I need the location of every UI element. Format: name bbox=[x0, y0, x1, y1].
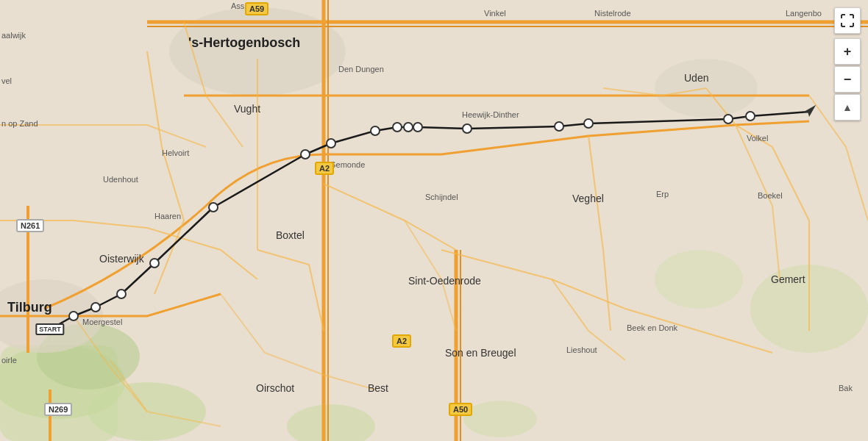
compass-icon: ▲ bbox=[842, 101, 853, 113]
zoom-out-button[interactable]: − bbox=[834, 66, 861, 93]
fullscreen-button[interactable] bbox=[834, 7, 861, 34]
zoom-in-button[interactable]: + bbox=[834, 38, 861, 65]
map-controls: + − ▲ bbox=[834, 7, 861, 121]
svg-point-8 bbox=[655, 250, 743, 309]
zoom-out-icon: − bbox=[844, 72, 852, 87]
map-container: START 's-Hertogenbosch Tilburg Vught Ude… bbox=[0, 0, 868, 441]
svg-point-6 bbox=[463, 401, 537, 437]
compass-button[interactable]: ▲ bbox=[834, 94, 861, 121]
fullscreen-icon bbox=[841, 14, 854, 27]
zoom-in-icon: + bbox=[844, 44, 852, 60]
